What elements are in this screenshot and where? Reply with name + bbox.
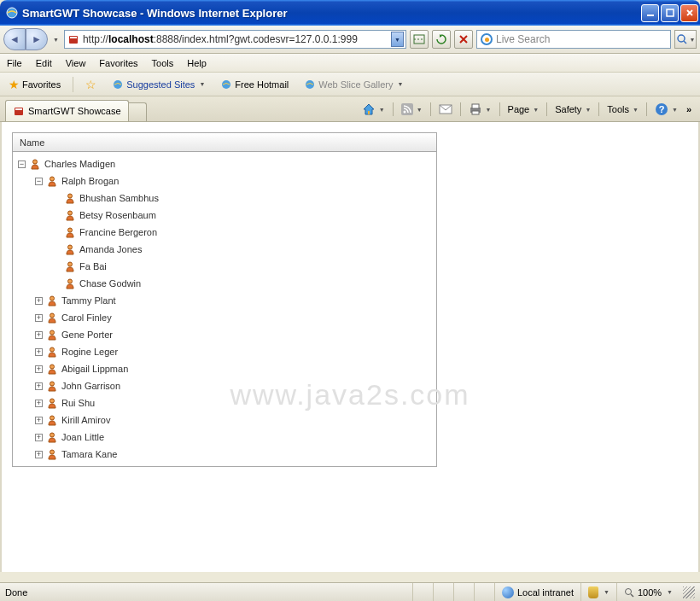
tree-row[interactable]: +Tamara Kane [13, 446, 436, 463]
svg-point-28 [68, 279, 73, 283]
url-text: http://localhost:8888/index.html?gwt.cod… [83, 33, 388, 45]
tree-toggle-icon[interactable]: + [35, 365, 43, 373]
menu-help[interactable]: Help [187, 58, 207, 68]
new-tab-button[interactable] [128, 102, 147, 121]
tree-toggle-icon[interactable]: + [35, 417, 43, 424]
tree-row[interactable]: +Rogine Leger [13, 343, 436, 360]
add-favorite-button[interactable]: ☆ [82, 76, 100, 93]
tree-node-label: Kirill Amirov [61, 415, 110, 425]
tab-smartgwt[interactable]: SmartGWT Showcase [5, 100, 129, 121]
menu-tools[interactable]: Tools [152, 58, 174, 68]
search-input[interactable]: Live Search [476, 30, 671, 49]
feeds-button[interactable]: ▼ [398, 102, 426, 117]
tree-node-label: John Garrison [61, 381, 120, 391]
menu-file[interactable]: File [7, 58, 22, 68]
tree-node-label: Rui Shu [61, 398, 95, 408]
free-hotmail-link[interactable]: Free Hotmail [217, 77, 292, 92]
tree-row[interactable]: +Kirill Amirov [13, 411, 436, 429]
rss-icon [401, 103, 413, 115]
person-icon [46, 448, 58, 460]
minimize-button[interactable] [641, 4, 659, 22]
compat-view-button[interactable] [410, 30, 429, 49]
tree-row[interactable]: Chase Godwin [13, 275, 436, 292]
close-button[interactable] [680, 4, 698, 22]
tree-toggle-icon[interactable]: + [35, 314, 43, 322]
history-dropdown-icon[interactable]: ▼ [51, 37, 61, 43]
zone-label: Local intranet [517, 587, 574, 598]
tree-row[interactable]: +Carol Finley [13, 309, 436, 326]
address-bar[interactable]: http://localhost:8888/index.html?gwt.cod… [64, 30, 406, 49]
toolbar-overflow[interactable]: » [683, 104, 695, 114]
tree-row[interactable]: Francine Bergeron [13, 224, 436, 241]
svg-point-27 [68, 262, 73, 266]
tree-row[interactable]: −Charles Madigen [13, 155, 436, 172]
zoom-label: 100% [638, 587, 662, 598]
search-go-button[interactable]: ▼ [674, 30, 697, 49]
svg-rect-17 [472, 104, 479, 108]
tree-row[interactable]: +Joan Little [13, 429, 436, 446]
stop-icon [458, 34, 469, 44]
help-button[interactable]: ?▼ [651, 101, 681, 118]
security-zone[interactable]: Local intranet [494, 583, 580, 601]
protected-mode[interactable]: ▼ [580, 583, 616, 601]
menu-edit[interactable]: Edit [36, 58, 52, 68]
forward-button[interactable]: ► [26, 28, 48, 50]
status-bar: Done Local intranet ▼ 100% ▼ [0, 582, 700, 601]
url-dropdown-icon[interactable]: ▼ [391, 32, 404, 47]
tree-grid-header[interactable]: Name [13, 133, 436, 152]
ie-logo-icon [5, 6, 19, 20]
svg-point-37 [50, 433, 55, 437]
tree-row[interactable]: +John Garrison [13, 377, 436, 394]
print-button[interactable]: ▼ [465, 102, 495, 117]
star-add-icon: ☆ [85, 78, 96, 91]
tree-toggle-icon[interactable]: − [35, 178, 43, 185]
tree-row[interactable]: +Rui Shu [13, 394, 436, 411]
tree-node-label: Betsy Rosenbaum [79, 210, 156, 220]
person-icon [64, 209, 76, 221]
tree-row[interactable]: Bhushan Sambhus [13, 190, 436, 207]
tree-row[interactable]: +Tammy Plant [13, 292, 436, 309]
tree-row[interactable]: Betsy Rosenbaum [13, 207, 436, 224]
menu-favorites[interactable]: Favorites [99, 58, 137, 68]
tree-row[interactable]: Amanda Jones [13, 241, 436, 258]
tree-toggle-icon[interactable]: + [35, 382, 43, 390]
tree-toggle-icon[interactable]: + [35, 434, 43, 441]
tree-toggle-icon[interactable]: + [35, 451, 43, 458]
maximize-button[interactable] [661, 4, 679, 22]
ie-small-icon [112, 79, 124, 90]
tab-bar: SmartGWT Showcase ▼ ▼ ▼ Page▼ Safety▼ To… [0, 96, 700, 122]
svg-point-14 [403, 111, 405, 114]
tree-node-label: Charles Madigen [44, 159, 115, 169]
web-slice-link[interactable]: Web Slice Gallery▼ [300, 77, 406, 92]
page-menu[interactable]: Page▼ [505, 102, 543, 116]
resize-grip-icon[interactable] [683, 586, 695, 598]
tree-row[interactable]: +Gene Porter [13, 326, 436, 343]
tree-toggle-icon[interactable]: − [18, 160, 26, 168]
stop-button[interactable] [454, 30, 473, 49]
svg-point-30 [50, 313, 55, 318]
svg-point-38 [50, 450, 55, 454]
person-icon [46, 346, 58, 358]
tree-row[interactable]: Fa Bai [13, 258, 436, 275]
suggested-sites-link[interactable]: Suggested Sites▼ [108, 77, 208, 92]
person-icon [64, 192, 76, 204]
safety-menu[interactable]: Safety▼ [551, 102, 594, 116]
tools-menu[interactable]: Tools▼ [604, 102, 642, 116]
tab-title: SmartGWT Showcase [28, 106, 121, 116]
tree-row[interactable]: +Abigail Lippman [13, 360, 436, 377]
back-button[interactable]: ◄ [3, 28, 26, 50]
home-button[interactable]: ▼ [359, 102, 388, 117]
tree-toggle-icon[interactable]: + [35, 297, 43, 305]
help-icon: ? [655, 102, 668, 116]
tree-node-label: Francine Bergeron [79, 227, 157, 237]
mail-button[interactable] [435, 102, 456, 116]
tree-toggle-icon[interactable]: + [35, 400, 43, 407]
tree-row[interactable]: −Ralph Brogan [13, 172, 436, 190]
zoom-control[interactable]: 100% ▼ [616, 583, 680, 601]
menu-view[interactable]: View [66, 58, 86, 68]
favorites-button[interactable]: ★Favorites [5, 76, 64, 93]
refresh-button[interactable] [432, 30, 451, 49]
person-icon [46, 175, 58, 187]
tree-toggle-icon[interactable]: + [35, 331, 43, 339]
tree-toggle-icon[interactable]: + [35, 348, 43, 356]
